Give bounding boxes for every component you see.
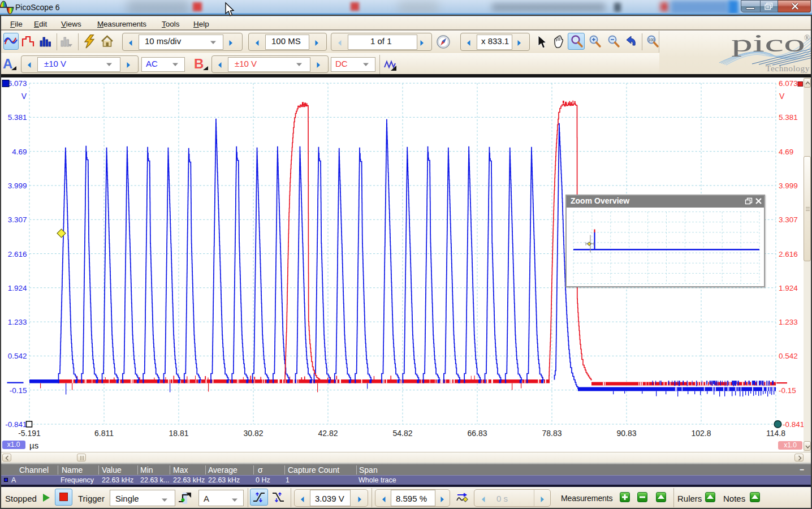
svg-text:2.616: 2.616 [8, 249, 27, 258]
svg-text:Technology: Technology [766, 63, 810, 73]
svg-text:66.83: 66.83 [467, 428, 487, 437]
svg-text:3.999: 3.999 [8, 182, 27, 190]
svg-text:90.83: 90.83 [616, 428, 636, 437]
svg-text:3.999: 3.999 [779, 182, 798, 190]
svg-text:3.307: 3.307 [8, 215, 27, 224]
svg-text:5.381: 5.381 [8, 113, 27, 122]
svg-text:6.073: 6.073 [8, 79, 27, 88]
svg-text:-0.841: -0.841 [5, 420, 27, 429]
svg-text:4.69: 4.69 [12, 147, 27, 156]
svg-text:114.8: 114.8 [766, 428, 785, 437]
svg-text:V: V [21, 91, 27, 100]
svg-text:1.233: 1.233 [779, 318, 798, 326]
svg-text:78.83: 78.83 [542, 428, 562, 437]
svg-text:6.073: 6.073 [779, 79, 798, 88]
svg-text:3.307: 3.307 [779, 215, 798, 224]
svg-text:0.542: 0.542 [779, 352, 798, 360]
svg-text:1.924: 1.924 [8, 283, 27, 292]
svg-text:0.542: 0.542 [8, 352, 27, 360]
svg-text:18.81: 18.81 [169, 428, 188, 437]
svg-text:1.924: 1.924 [779, 283, 798, 292]
svg-text:pico: pico [731, 31, 805, 57]
svg-text:V: V [779, 91, 785, 100]
svg-text:2.616: 2.616 [779, 249, 798, 258]
svg-text:-0.15: -0.15 [10, 386, 27, 394]
svg-text:102.8: 102.8 [691, 428, 711, 437]
svg-text:5.381: 5.381 [779, 113, 798, 122]
svg-text:100: 100 [649, 38, 655, 42]
svg-text:54.82: 54.82 [392, 428, 412, 437]
svg-text:®: ® [804, 34, 810, 42]
svg-text:6.811: 6.811 [94, 428, 114, 437]
svg-text:-0.841: -0.841 [783, 420, 804, 429]
svg-text:-0.15: -0.15 [779, 386, 796, 394]
svg-text:1.233: 1.233 [8, 318, 27, 326]
svg-text:30.82: 30.82 [243, 428, 263, 437]
svg-text:42.82: 42.82 [318, 428, 338, 437]
svg-text:-5.191: -5.191 [18, 428, 41, 437]
svg-text:4.69: 4.69 [779, 147, 793, 156]
